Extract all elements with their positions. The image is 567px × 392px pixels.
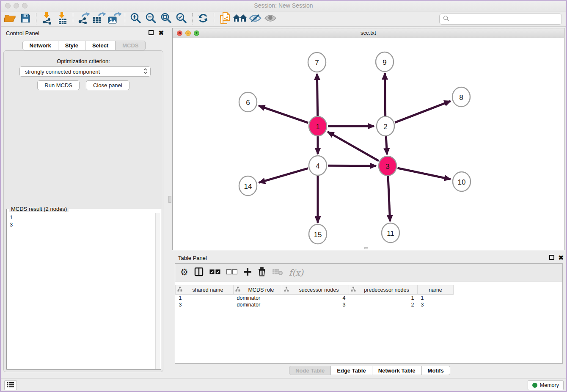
delete-column-icon (272, 268, 283, 277)
hide-selected-button[interactable] (248, 12, 263, 26)
copy-network-icon (219, 12, 231, 26)
export-image-button[interactable] (107, 12, 122, 26)
toolbar-separator (125, 13, 125, 25)
cell-mcds-role[interactable]: dominator (234, 295, 282, 301)
cell-predecessor-nodes[interactable]: 1 (349, 295, 418, 301)
cell-shared-name[interactable]: 3 (176, 301, 234, 308)
cell-successor-nodes[interactable]: 3 (282, 301, 349, 308)
table-row[interactable]: 1 dominator 4 1 1 (176, 295, 454, 301)
column-mapping-icon (177, 287, 182, 293)
copy-network-view-button[interactable] (217, 12, 232, 26)
main-toolbar (0, 11, 567, 27)
network-graph[interactable]: 1234678910111415 (173, 38, 564, 250)
run-mcds-button[interactable]: Run MCDS (37, 80, 80, 90)
cell-shared-name[interactable]: 1 (176, 295, 234, 301)
graph-edge-3-11[interactable] (388, 176, 390, 221)
close-panel-icon[interactable]: ✖ (158, 29, 164, 37)
create-column-button[interactable] (243, 266, 252, 279)
canvas-resize-handle[interactable] (364, 247, 368, 249)
dropdown-stepper-icon (143, 68, 148, 76)
divider-handle-icon[interactable] (168, 196, 171, 203)
delete-column-button-disabled (272, 266, 283, 279)
toolbar-separator (36, 13, 36, 25)
column-header-mcds-role[interactable]: MCDS role (234, 285, 282, 295)
panel-divider[interactable] (168, 27, 172, 378)
show-all-button[interactable] (263, 12, 278, 26)
column-mapping-icon (284, 287, 289, 293)
zoom-in-icon (130, 12, 142, 25)
graph-edge-3-10[interactable] (397, 168, 450, 179)
tab-mcds[interactable]: MCDS (116, 41, 146, 50)
graph-edge-2-8[interactable] (395, 101, 450, 123)
cell-name[interactable]: 1 (418, 295, 454, 301)
graph-node-label-1: 1 (316, 123, 319, 131)
column-mapping-icon (235, 287, 240, 293)
column-header-predecessor-nodes[interactable]: predecessor nodes (349, 285, 418, 295)
fx-icon: f(x) (289, 268, 303, 278)
toolbar-separator (73, 13, 73, 25)
memory-button[interactable]: Memory (528, 380, 564, 390)
deselect-all-rows-button[interactable] (226, 266, 237, 279)
import-network-button[interactable] (39, 12, 55, 26)
graph-edge-4-14[interactable] (259, 168, 308, 183)
export-network-button[interactable] (76, 12, 91, 26)
optimization-criterion-label: Optimization criterion: (4, 58, 163, 64)
zoom-in-button[interactable] (128, 12, 143, 26)
cell-mcds-role[interactable]: dominator (234, 301, 282, 308)
unchecked-boxes-icon (226, 269, 237, 276)
table-panel-title: Table Panel (178, 255, 207, 261)
export-table-button[interactable] (91, 12, 107, 26)
close-panel-button[interactable]: Close panel (86, 80, 129, 90)
column-header-shared-name[interactable]: shared name (176, 285, 234, 295)
mcds-result-list[interactable]: 1 3 (7, 213, 155, 369)
graph-edge-4-3[interactable] (328, 166, 376, 166)
save-session-button[interactable] (18, 12, 33, 26)
graph-edge-3-1[interactable] (328, 132, 379, 161)
task-history-button[interactable] (4, 380, 17, 390)
refresh-view-button[interactable] (195, 12, 211, 26)
toolbar-separator (192, 13, 193, 25)
show-columns-button[interactable] (194, 266, 204, 279)
graph-edge-1-7[interactable] (317, 74, 317, 116)
cell-name[interactable]: 3 (418, 301, 454, 308)
close-table-panel-icon[interactable]: ✖ (558, 254, 564, 262)
search-icon (443, 15, 449, 23)
search-field[interactable] (439, 14, 562, 25)
home-layout-button[interactable] (232, 12, 248, 26)
tab-motifs[interactable]: Motifs (422, 366, 450, 375)
mcds-result-scrollbar[interactable] (155, 213, 160, 369)
cell-predecessor-nodes[interactable]: 2 (349, 301, 418, 308)
open-folder-icon (4, 13, 17, 25)
zoom-fit-button[interactable] (159, 12, 174, 26)
zoom-selected-button[interactable] (174, 12, 189, 26)
select-all-rows-button[interactable] (209, 266, 220, 279)
network-window-titlebar[interactable]: ✕ − + scc.txt (173, 28, 564, 38)
table-settings-button[interactable]: ⚙ (180, 266, 188, 279)
import-table-button[interactable] (55, 12, 70, 26)
tab-edge-table[interactable]: Edge Table (331, 366, 372, 375)
tab-select[interactable]: Select (85, 41, 116, 50)
tab-network[interactable]: Network (22, 41, 58, 50)
zoom-out-button[interactable] (143, 12, 159, 26)
import-table-icon (56, 12, 69, 26)
search-input[interactable] (452, 16, 558, 22)
graph-edge-1-6[interactable] (259, 106, 308, 123)
zoom-selected-icon (176, 12, 187, 25)
graph-edge-2-3[interactable] (386, 136, 387, 155)
control-panel: Control Panel ✖ Network Style Select MCD… (0, 27, 168, 378)
network-canvas[interactable]: 1234678910111415 (173, 38, 564, 250)
column-header-successor-nodes[interactable]: successor nodes (282, 285, 349, 295)
float-panel-icon[interactable] (149, 30, 154, 35)
criterion-dropdown[interactable]: strongly connected component (19, 66, 151, 77)
open-session-button[interactable] (3, 12, 18, 26)
delete-button[interactable] (258, 266, 266, 279)
table-row[interactable]: 3 dominator 3 2 3 (176, 301, 454, 308)
node-table[interactable]: shared name MCDS role successor nodes pr… (175, 285, 454, 308)
tab-node-table[interactable]: Node Table (289, 366, 331, 375)
tab-network-table[interactable]: Network Table (372, 366, 422, 375)
float-table-panel-icon[interactable] (549, 255, 554, 260)
graph-edge-2-9[interactable] (385, 73, 385, 116)
cell-successor-nodes[interactable]: 4 (282, 295, 349, 301)
column-header-name[interactable]: name (418, 285, 454, 295)
tab-style[interactable]: Style (58, 41, 85, 50)
